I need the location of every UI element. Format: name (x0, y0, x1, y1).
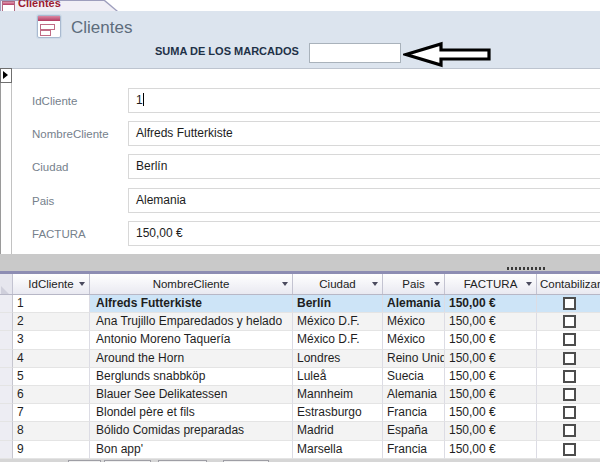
row-selector[interactable] (0, 331, 13, 349)
left-block-arrow-icon (403, 41, 493, 68)
cell-nombrecliente[interactable]: Bon app' (90, 441, 293, 459)
contabilizar-checkbox[interactable] (563, 424, 576, 437)
column-drag-dots[interactable] (507, 267, 545, 270)
cell-factura[interactable]: 150,00 € (445, 441, 537, 459)
cell-contabilizar[interactable] (537, 386, 600, 404)
cell-nombrecliente[interactable]: Ana Trujillo Emparedados y helado (90, 313, 293, 331)
cell-factura[interactable]: 150,00 € (445, 350, 537, 368)
dropdown-icon[interactable] (372, 282, 378, 286)
contabilizar-checkbox[interactable] (563, 352, 576, 365)
contabilizar-checkbox[interactable] (563, 370, 576, 383)
cell-pais[interactable]: México (383, 331, 445, 349)
cell-factura[interactable]: 150,00 € (445, 295, 537, 313)
cell-factura[interactable]: 150,00 € (445, 386, 537, 404)
cell-contabilizar[interactable] (537, 404, 600, 422)
cell-contabilizar[interactable] (537, 441, 600, 459)
cell-pais[interactable]: Reino Unido (383, 350, 445, 368)
record-selector-arrow[interactable] (0, 68, 12, 83)
column-header-nombrecliente[interactable]: NombreCliente (90, 274, 293, 294)
cell-ciudad[interactable]: Berlín (293, 295, 383, 313)
row-selector[interactable] (0, 404, 13, 422)
dropdown-icon[interactable] (79, 282, 85, 286)
column-header-factura[interactable]: FACTURA (445, 274, 537, 294)
row-selector[interactable] (0, 350, 13, 368)
tab-label[interactable]: Clientes (18, 0, 61, 9)
field-input-nombrecliente[interactable]: Alfreds Futterkiste (128, 121, 600, 146)
cell-nombrecliente[interactable]: Alfreds Futterkiste (90, 295, 293, 313)
field-input-ciudad[interactable]: Berlín (128, 154, 600, 179)
form-icon (37, 15, 61, 38)
cell-contabilizar[interactable] (537, 331, 600, 349)
row-selector[interactable] (0, 386, 13, 404)
cell-idcliente[interactable]: 7 (13, 404, 90, 422)
dropdown-icon[interactable] (282, 282, 288, 286)
table-row: 1Alfreds FutterkisteBerlínAlemania150,00… (0, 295, 600, 313)
text-cursor (143, 93, 144, 106)
field-input-pais[interactable]: Alemania (128, 188, 600, 213)
contabilizar-checkbox[interactable] (563, 333, 576, 346)
cell-idcliente[interactable]: 3 (13, 331, 90, 349)
cell-ciudad[interactable]: Londres (293, 350, 383, 368)
contabilizar-checkbox[interactable] (563, 297, 576, 310)
select-all-corner[interactable] (0, 274, 13, 294)
cell-pais[interactable]: Francia (383, 404, 445, 422)
cell-pais[interactable]: México (383, 313, 445, 331)
contabilizar-checkbox[interactable] (563, 406, 576, 419)
cell-nombrecliente[interactable]: Antonio Moreno Taquería (90, 331, 293, 349)
cell-contabilizar[interactable] (537, 350, 600, 368)
cell-idcliente[interactable]: 9 (13, 441, 90, 459)
cell-factura[interactable]: 150,00 € (445, 404, 537, 422)
cell-factura[interactable]: 150,00 € (445, 331, 537, 349)
column-header-idcliente[interactable]: IdCliente (13, 274, 90, 294)
cell-ciudad[interactable]: Marsella (293, 441, 383, 459)
suma-input[interactable] (309, 43, 401, 63)
cell-nombrecliente[interactable]: Blauer See Delikatessen (90, 386, 293, 404)
cell-factura[interactable]: 150,00 € (445, 368, 537, 386)
contabilizar-checkbox[interactable] (563, 443, 576, 456)
cell-idcliente[interactable]: 8 (13, 422, 90, 440)
contabilizar-checkbox[interactable] (563, 388, 576, 401)
cell-ciudad[interactable]: México D.F. (293, 331, 383, 349)
row-selector[interactable] (0, 295, 13, 313)
cell-contabilizar[interactable] (537, 368, 600, 386)
field-input-factura[interactable]: 150,00 € (128, 221, 600, 246)
cell-idcliente[interactable]: 4 (13, 350, 90, 368)
cell-factura[interactable]: 150,00 € (445, 313, 537, 331)
cell-nombrecliente[interactable]: Bólido Comidas preparadas (90, 422, 293, 440)
row-selector[interactable] (0, 368, 13, 386)
cell-idcliente[interactable]: 2 (13, 313, 90, 331)
cell-ciudad[interactable]: Mannheim (293, 386, 383, 404)
table-row: 3Antonio Moreno TaqueríaMéxico D.F.Méxic… (0, 331, 600, 349)
cell-contabilizar[interactable] (537, 313, 600, 331)
column-header-pais[interactable]: Pais (383, 274, 445, 294)
cell-idcliente[interactable]: 1 (13, 295, 90, 313)
cell-factura[interactable]: 150,00 € (445, 422, 537, 440)
cell-ciudad[interactable]: Estrasburgo (293, 404, 383, 422)
cell-ciudad[interactable]: México D.F. (293, 313, 383, 331)
column-header-contabilizar[interactable]: Contabilizar (537, 274, 600, 294)
row-selector[interactable] (0, 313, 13, 331)
cell-idcliente[interactable]: 6 (13, 386, 90, 404)
cell-nombrecliente[interactable]: Around the Horn (90, 350, 293, 368)
contabilizar-checkbox[interactable] (563, 315, 576, 328)
dropdown-icon[interactable] (526, 282, 532, 286)
cell-contabilizar[interactable] (537, 295, 600, 313)
cell-idcliente[interactable]: 5 (13, 368, 90, 386)
cell-pais[interactable]: Alemania (383, 295, 445, 313)
cell-nombrecliente[interactable]: Blondel père et fils (90, 404, 293, 422)
row-selector[interactable] (0, 441, 13, 459)
column-header-ciudad[interactable]: Ciudad (293, 274, 383, 294)
table-body: 1Alfreds FutterkisteBerlínAlemania150,00… (0, 295, 600, 459)
cell-pais[interactable]: España (383, 422, 445, 440)
field-input-idcliente[interactable]: 1 (128, 88, 600, 113)
cell-pais[interactable]: Alemania (383, 386, 445, 404)
cell-pais[interactable]: Suecia (383, 368, 445, 386)
cell-ciudad[interactable]: Madrid (293, 422, 383, 440)
field-label-idcliente: IdCliente (32, 95, 77, 107)
dropdown-icon[interactable] (434, 282, 440, 286)
cell-ciudad[interactable]: Luleå (293, 368, 383, 386)
cell-nombrecliente[interactable]: Berglunds snabbköp (90, 368, 293, 386)
cell-pais[interactable]: Francia (383, 441, 445, 459)
cell-contabilizar[interactable] (537, 422, 600, 440)
row-selector[interactable] (0, 422, 13, 440)
